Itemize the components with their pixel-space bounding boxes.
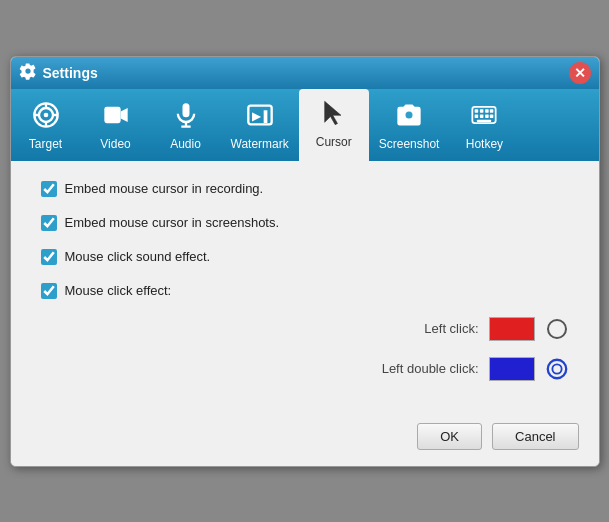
cancel-button[interactable]: Cancel	[492, 423, 578, 450]
tab-target-label: Target	[29, 137, 62, 151]
audio-icon	[172, 101, 200, 133]
left-click-color-swatch[interactable]	[489, 317, 535, 341]
tab-audio-label: Audio	[170, 137, 201, 151]
checkbox-row-click-effect: Mouse click effect:	[41, 283, 569, 299]
tab-watermark-label: Watermark	[231, 137, 289, 151]
settings-window: Settings ✕ Target	[10, 56, 600, 467]
svg-rect-25	[477, 119, 491, 121]
title-bar-left: Settings	[19, 62, 98, 83]
settings-icon	[19, 62, 37, 83]
left-double-click-label: Left double click:	[349, 361, 479, 376]
left-click-circle-icon[interactable]	[545, 317, 569, 341]
label-embed-recording[interactable]: Embed mouse cursor in recording.	[65, 181, 264, 196]
content-area: Embed mouse cursor in recording. Embed m…	[11, 161, 599, 413]
svg-text:▶▐: ▶▐	[251, 109, 267, 123]
svg-rect-7	[104, 106, 120, 122]
svg-marker-8	[120, 108, 127, 122]
svg-rect-19	[486, 109, 490, 113]
tab-audio[interactable]: Audio	[151, 93, 221, 161]
effect-row-left-click: Left click:	[61, 317, 569, 341]
svg-point-15	[406, 111, 413, 118]
checkbox-click-effect[interactable]	[41, 283, 57, 299]
tab-hotkey-label: Hotkey	[466, 137, 503, 151]
hotkey-icon	[470, 101, 498, 133]
label-sound-effect[interactable]: Mouse click sound effect.	[65, 249, 211, 264]
tab-cursor-label: Cursor	[316, 135, 352, 149]
footer: OK Cancel	[11, 413, 599, 466]
checkbox-row-embed-recording: Embed mouse cursor in recording.	[41, 181, 569, 197]
target-icon	[32, 101, 60, 133]
title-bar: Settings ✕	[11, 57, 599, 89]
checkbox-row-embed-screenshot: Embed mouse cursor in screenshots.	[41, 215, 569, 231]
tab-video[interactable]: Video	[81, 93, 151, 161]
close-button[interactable]: ✕	[569, 62, 591, 84]
svg-rect-17	[475, 109, 479, 113]
checkbox-sound-effect[interactable]	[41, 249, 57, 265]
left-click-label: Left click:	[349, 321, 479, 336]
svg-point-26	[548, 320, 566, 338]
label-embed-screenshot[interactable]: Embed mouse cursor in screenshots.	[65, 215, 280, 230]
svg-point-28	[552, 364, 561, 373]
cursor-icon	[320, 99, 348, 131]
svg-rect-9	[182, 103, 189, 117]
tab-target[interactable]: Target	[11, 93, 81, 161]
tab-video-label: Video	[100, 137, 130, 151]
watermark-icon: ▶▐	[246, 101, 274, 133]
checkbox-embed-screenshot[interactable]	[41, 215, 57, 231]
svg-rect-18	[480, 109, 484, 113]
checkbox-row-sound-effect: Mouse click sound effect.	[41, 249, 569, 265]
ok-button[interactable]: OK	[417, 423, 482, 450]
click-effects-section: Left click: Left double click:	[61, 317, 569, 381]
effect-row-left-double-click: Left double click:	[61, 357, 569, 381]
left-double-click-color-swatch[interactable]	[489, 357, 535, 381]
screenshot-icon	[395, 101, 423, 133]
svg-marker-14	[324, 101, 340, 124]
tab-cursor[interactable]: Cursor	[299, 89, 369, 161]
tab-screenshot[interactable]: Screenshot	[369, 93, 450, 161]
tab-hotkey[interactable]: Hotkey	[449, 93, 519, 161]
tab-screenshot-label: Screenshot	[379, 137, 440, 151]
window-title: Settings	[43, 65, 98, 81]
svg-rect-23	[486, 114, 490, 118]
svg-rect-20	[490, 109, 494, 113]
svg-point-2	[43, 112, 48, 117]
tab-watermark[interactable]: ▶▐ Watermark	[221, 93, 299, 161]
left-double-click-circle-icon[interactable]	[545, 357, 569, 381]
svg-rect-21	[475, 114, 479, 118]
tabs-bar: Target Video Audio	[11, 89, 599, 161]
svg-rect-24	[490, 114, 494, 118]
svg-rect-22	[480, 114, 484, 118]
checkbox-embed-recording[interactable]	[41, 181, 57, 197]
video-icon	[102, 101, 130, 133]
svg-point-27	[547, 359, 565, 377]
label-click-effect[interactable]: Mouse click effect:	[65, 283, 172, 298]
